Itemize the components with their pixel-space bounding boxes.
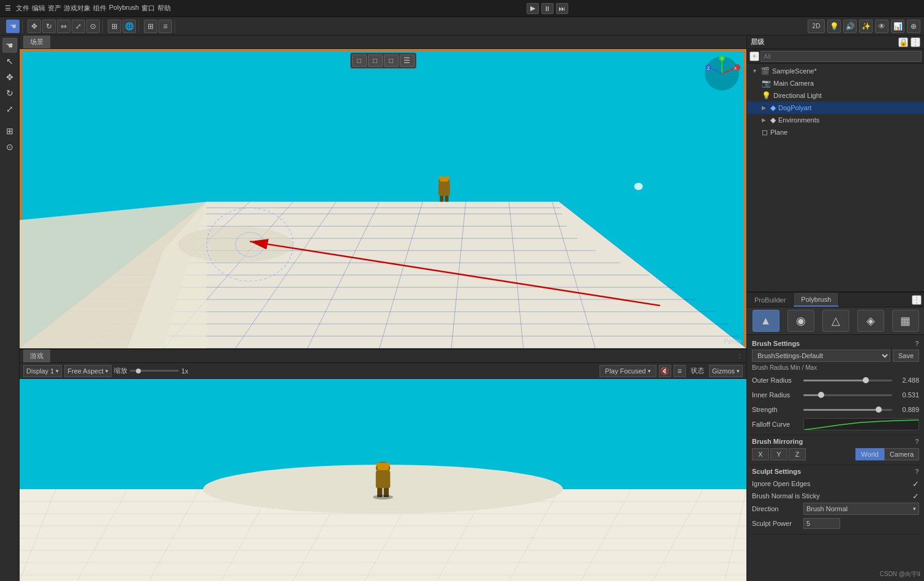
- scene-overlay-btn-1[interactable]: □: [352, 54, 367, 67]
- stats-icon[interactable]: ≡: [674, 365, 686, 377]
- scale-tool[interactable]: ⇔: [57, 20, 70, 33]
- brush-settings-help[interactable]: ?: [915, 340, 919, 347]
- mirror-x-btn[interactable]: X: [752, 448, 769, 460]
- zoom-slider-thumb[interactable]: [136, 369, 141, 373]
- menu-assets[interactable]: 资产: [48, 4, 61, 13]
- hierarchy-title: 层级: [751, 37, 764, 47]
- hierarchy-search[interactable]: [761, 51, 922, 62]
- rotate-tool[interactable]: ↻: [42, 20, 56, 33]
- direction-dropdown[interactable]: Brush Normal: [803, 503, 919, 515]
- aspect-dropdown[interactable]: Free Aspect: [64, 365, 111, 377]
- menu-gameobject[interactable]: 游戏对象: [64, 4, 91, 13]
- move-tool[interactable]: ✥: [28, 20, 41, 33]
- menu-polybrush[interactable]: Polybrush: [109, 4, 139, 13]
- zoom-slider[interactable]: [130, 370, 179, 372]
- tree-item-plane[interactable]: ◻ Plane: [747, 126, 924, 138]
- play-focused-button[interactable]: Play Focused: [599, 365, 656, 377]
- sculpt-settings-title: Sculpt Settings ?: [752, 468, 919, 475]
- menu-edit[interactable]: 编辑: [32, 4, 45, 13]
- gizmos-dropdown[interactable]: Gizmos: [709, 365, 743, 377]
- tree-item-directional-light[interactable]: 💡 Directional Light: [747, 89, 924, 102]
- tree-item-environments[interactable]: ▶ ◆ Environments: [747, 114, 924, 126]
- svg-text:Z: Z: [707, 66, 710, 70]
- game-tab-menu[interactable]: ⋮: [737, 353, 743, 359]
- sculpt-power-input[interactable]: [803, 518, 840, 529]
- tree-item-scene[interactable]: ▼ 🎬 SampleScene*: [747, 65, 924, 77]
- probuilder-tab[interactable]: ProBuilder: [747, 293, 794, 307]
- tree-item-main-camera[interactable]: 📷 Main Camera: [747, 77, 924, 89]
- scene-overlay-btn-4[interactable]: ☰: [400, 54, 415, 67]
- brush-sticky-check[interactable]: ✓: [912, 492, 919, 501]
- scene-name: SampleScene*: [772, 67, 817, 75]
- light-toggle[interactable]: 💡: [827, 20, 841, 33]
- menu-component[interactable]: 组件: [93, 4, 107, 13]
- brush-sticky-label: Brush Normal is Sticky: [752, 492, 820, 500]
- hierarchy-menu[interactable]: ⋮: [911, 37, 920, 47]
- play-button[interactable]: ▶: [527, 3, 539, 14]
- move-tool-left[interactable]: ✥: [2, 70, 17, 84]
- hierarchy-lock[interactable]: 🔒: [898, 37, 908, 47]
- mirror-z-btn[interactable]: Z: [789, 448, 806, 460]
- smooth-tool-btn[interactable]: ◉: [787, 310, 814, 332]
- camera-btn[interactable]: Camera: [884, 448, 919, 460]
- mirror-y-btn[interactable]: Y: [770, 448, 787, 460]
- scene-tab[interactable]: 场景: [23, 36, 50, 48]
- snap-settings[interactable]: ≡: [159, 20, 172, 33]
- inner-radius-slider[interactable]: [803, 394, 892, 396]
- global-button[interactable]: 🌐: [122, 20, 136, 33]
- grid-snap[interactable]: ⊞: [144, 20, 157, 33]
- paint-tool-btn[interactable]: △: [822, 310, 849, 332]
- scene-view[interactable]: 场景 □ □ □ ☰: [20, 36, 746, 348]
- inspector-menu-btn[interactable]: ⋮: [912, 295, 922, 305]
- pause-button[interactable]: ⏸: [541, 3, 554, 14]
- menu-file[interactable]: 文件: [16, 4, 29, 13]
- scene-canvas[interactable]: □ □ □ ☰: [20, 49, 746, 348]
- tree-item-dog-polyart[interactable]: ▶ ◆ DogPolyart: [747, 102, 924, 114]
- outer-radius-thumb[interactable]: [863, 377, 869, 383]
- strength-slider[interactable]: [803, 409, 892, 411]
- menu-window[interactable]: 窗口: [141, 4, 155, 13]
- effects-toggle[interactable]: ✨: [859, 20, 873, 33]
- all-tool[interactable]: ⊙: [86, 20, 100, 33]
- prefab-tool-btn[interactable]: ▦: [892, 310, 919, 332]
- brush-preset-dropdown[interactable]: BrushSettings-Default: [752, 350, 890, 362]
- select-tool-left[interactable]: ↖: [2, 54, 17, 69]
- hierarchy-add-btn[interactable]: +: [749, 51, 759, 61]
- display-dropdown[interactable]: Display 1: [23, 365, 62, 377]
- hand-tool-left[interactable]: ☚: [2, 38, 17, 53]
- 2d-toggle[interactable]: 2D: [808, 20, 825, 33]
- outer-radius-slider[interactable]: [803, 380, 892, 381]
- strength-thumb[interactable]: [876, 407, 882, 413]
- sculpt-settings-help[interactable]: ?: [915, 468, 919, 475]
- world-btn[interactable]: World: [855, 448, 884, 460]
- collider-tool[interactable]: ⊞: [2, 124, 17, 138]
- audio-toggle[interactable]: 🔊: [843, 20, 857, 33]
- ignore-edges-check[interactable]: ✓: [912, 479, 919, 489]
- game-view[interactable]: 游戏 ⋮ Display 1 Free Aspect 缩放 1x Play Fo…: [20, 348, 746, 581]
- polybrush-tab[interactable]: Polybrush: [794, 293, 839, 307]
- save-button[interactable]: Save: [893, 350, 919, 362]
- scale-tool-left[interactable]: ⤢: [2, 102, 17, 116]
- pivot-button[interactable]: ⊞: [108, 20, 121, 33]
- menu-help[interactable]: 帮助: [157, 4, 171, 13]
- scene-overlay-btn-3[interactable]: □: [384, 54, 399, 67]
- gizmos-toggle[interactable]: ⊕: [907, 20, 920, 33]
- game-tab[interactable]: 游戏: [23, 350, 50, 362]
- inner-radius-thumb[interactable]: [818, 392, 824, 398]
- scene-overlay-btn-2[interactable]: □: [368, 54, 383, 67]
- snap-section: ⊞ ≡: [141, 20, 175, 33]
- texture-tool-btn[interactable]: ◈: [857, 310, 884, 332]
- extra-tool[interactable]: ⊙: [2, 140, 17, 154]
- step-button[interactable]: ⏭: [556, 3, 568, 14]
- hidden-toggle[interactable]: 👁: [875, 20, 888, 33]
- stats-toggle[interactable]: 📊: [891, 20, 904, 33]
- rect-tool[interactable]: ⤢: [72, 20, 85, 33]
- sculpt-tool-btn[interactable]: ▲: [753, 310, 779, 332]
- direction-row: Direction Brush Normal: [752, 502, 919, 515]
- hand-tool[interactable]: ☚: [6, 20, 20, 33]
- brush-mirroring-help[interactable]: ?: [915, 438, 919, 445]
- audio-icon[interactable]: 🔇: [659, 365, 671, 377]
- game-canvas[interactable]: [20, 379, 746, 581]
- falloff-curve[interactable]: [803, 418, 919, 430]
- rotate-tool-left[interactable]: ↻: [2, 86, 17, 100]
